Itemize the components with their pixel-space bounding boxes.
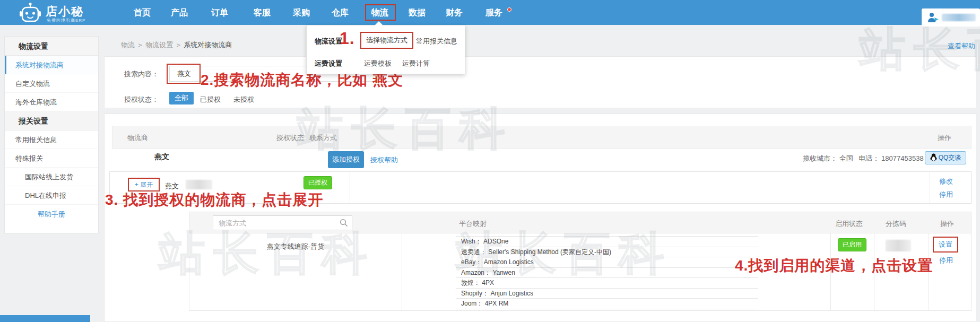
sidebar-item-dhl-online-declare[interactable]: DHL在线申报 xyxy=(5,186,98,205)
search-content-label: 搜索内容： xyxy=(124,69,159,79)
breadcrumb: 物流 ＞ 物流设置 ＞ 系统对接物流商 xyxy=(121,40,232,50)
sidebar-item-common-customs-info[interactable]: 常用报关信息 xyxy=(5,130,98,149)
qq-chat-button[interactable]: QQ交谈 xyxy=(925,151,966,164)
col-header-auth-status: 授权状态 xyxy=(276,133,304,143)
sidebar-item-custom-logistics[interactable]: 自定义物流 xyxy=(5,74,98,93)
dianxiaomi-logo-icon xyxy=(19,2,41,25)
channel-name: 燕文专线追踪-普货 xyxy=(189,242,402,251)
breadcrumb-current-page: 系统对接物流商 xyxy=(184,41,232,49)
menu-item-choose-logistics-method[interactable]: 选择物流方式 xyxy=(360,32,413,49)
qq-penguin-icon xyxy=(930,153,937,163)
auth-status-label: 授权状态： xyxy=(124,95,159,105)
col-header-action: 操作 xyxy=(938,133,951,143)
logistics-dropdown-menu: 物流设置 选择物流方式 常用报关信息 运费设置 运费模板 运费计算 1. xyxy=(306,25,465,74)
nav-item-orders[interactable]: 订单 xyxy=(211,7,228,19)
nav-item-services[interactable]: 服务 xyxy=(485,7,502,19)
expand-link[interactable]: + 展开 xyxy=(135,180,153,189)
redacted-account-name xyxy=(186,180,212,189)
divider xyxy=(350,172,350,203)
user-account-box[interactable] xyxy=(922,8,980,27)
platform-mapping-list: Wish： ADSOne 速卖通： Seller's Shipping Meth… xyxy=(456,236,758,309)
view-help-link[interactable]: 查看帮助 xyxy=(948,41,975,51)
col-header-provider: 物流商 xyxy=(127,133,148,143)
channels-table-header: 平台映射 启用状态 分拣码 操作 xyxy=(189,212,971,233)
annotation-step4: 4.找到启用的渠道，点击设置 xyxy=(735,256,933,276)
nav-item-warehouse[interactable]: 仓库 xyxy=(332,7,349,19)
sidebar-section-logistics-settings: 物流设置 xyxy=(5,37,98,56)
phone-value: 18077453538 xyxy=(881,154,924,162)
provider-contact-info: 揽收城市： 全国 电话： 18077453538 xyxy=(803,154,924,163)
nav-item-purchasing[interactable]: 采购 xyxy=(293,7,310,19)
mapping-row-wish: Wish： ADSOne xyxy=(456,237,758,247)
annotation-box-setup: 设置 xyxy=(933,237,958,253)
column-divider xyxy=(402,233,402,310)
dropdown-group-logistics-settings: 物流设置 xyxy=(315,37,342,46)
mapping-row-shopify: Shopify： Anjun Logistics xyxy=(456,289,758,299)
menu-item-freight-template[interactable]: 运费模板 xyxy=(364,59,392,68)
sidebar-help-manual-link[interactable]: 帮助手册 xyxy=(5,205,98,224)
sidebar-item-overseas-warehouse-logistics[interactable]: 海外仓库物流 xyxy=(5,93,98,111)
filter-unauthorized[interactable]: 未授权 xyxy=(233,95,254,105)
col-header-channel-action: 操作 xyxy=(940,219,954,229)
filter-authorized[interactable]: 已授权 xyxy=(200,95,221,105)
sidebar-section-customs-settings: 报关设置 xyxy=(5,111,98,130)
redacted-sort-code xyxy=(886,240,911,251)
sidebar: 物流设置 系统对接物流商 自定义物流 海外仓库物流 报关设置 常用报关信息 特殊… xyxy=(4,36,99,233)
dropdown-caret xyxy=(375,21,383,25)
channel-disable-link[interactable]: 停用 xyxy=(939,256,953,265)
menu-item-common-customs-info[interactable]: 常用报关信息 xyxy=(416,37,457,46)
user-icon xyxy=(927,12,940,24)
channel-setup-link[interactable]: 设置 xyxy=(939,240,952,249)
add-authorization-button[interactable]: 添加授权 xyxy=(328,151,364,168)
col-header-platform-mapping: 平台映射 xyxy=(459,219,487,229)
nav-item-products[interactable]: 产品 xyxy=(171,7,188,19)
phone-label: 电话： xyxy=(858,154,879,162)
divider xyxy=(930,172,930,203)
sidebar-item-special-customs[interactable]: 特殊报关 xyxy=(5,149,98,168)
sidebar-item-system-logistics-providers[interactable]: 系统对接物流商 xyxy=(5,56,98,74)
breadcrumb-logistics-settings[interactable]: 物流设置 xyxy=(145,41,173,49)
top-navbar: 店小秘 免费跨境电商ERP 首页 产品 订单 客服 采购 仓库 物流 数据 财务… xyxy=(0,0,980,25)
mapping-row-dhgate: 敦煌： 4PX xyxy=(456,278,758,289)
qq-chat-label: QQ交谈 xyxy=(939,153,961,162)
brand-tagline: 免费跨境电商ERP xyxy=(47,18,85,23)
notification-dot xyxy=(507,7,511,12)
edit-auth-link[interactable]: 修改 xyxy=(939,177,953,186)
nav-item-customer-service[interactable]: 客服 xyxy=(254,7,271,19)
menu-item-freight-calculation[interactable]: 运费计算 xyxy=(402,59,430,68)
annotation-step3: 3. 找到授权的物流商，点击展开 xyxy=(105,190,323,210)
mapping-row-ebay: eBay： Amazon Logistics xyxy=(456,257,758,268)
annotation-box-logistics-nav xyxy=(365,4,396,21)
bottom-blue-strip xyxy=(0,315,90,322)
breadcrumb-logistics[interactable]: 物流 xyxy=(121,41,135,49)
nav-item-finance[interactable]: 财务 xyxy=(446,7,463,19)
mapping-row-joom: Joom： 4PX RM xyxy=(456,299,758,309)
annotation-step1: 1. xyxy=(340,29,355,48)
channel-search-input[interactable] xyxy=(213,215,352,230)
sidebar-item-intl-site-shipping[interactable]: 国际站线上发货 xyxy=(5,168,98,186)
dropdown-group-freight-settings: 运费设置 xyxy=(315,59,342,68)
col-header-sort-code: 分拣码 xyxy=(886,219,906,229)
col-header-enable-status: 启用状态 xyxy=(835,219,863,229)
col-header-contact: 联系方式 xyxy=(309,133,337,143)
breadcrumb-separator: ＞ xyxy=(137,41,144,49)
filter-all-selected[interactable]: 全部 xyxy=(169,92,194,105)
redacted-username xyxy=(942,14,976,21)
table-header-row: 物流商 授权状态 联系方式 操作 xyxy=(112,126,972,149)
mapping-row-aliexpress: 速卖通： Seller's Shipping Method (卖家自定义-中国) xyxy=(456,247,758,258)
authorized-status-badge: 已授权 xyxy=(303,176,332,189)
authorization-help-link[interactable]: 授权帮助 xyxy=(370,155,398,165)
pickup-city-label: 揽收城市： xyxy=(803,154,837,162)
providers-table-panel: 物流商 授权状态 联系方式 操作 燕文 添加授权 授权帮助 揽收城市： 全国 电… xyxy=(104,114,976,322)
search-icon[interactable] xyxy=(340,219,348,229)
pickup-city-value: 全国 xyxy=(839,154,853,162)
breadcrumb-separator: ＞ xyxy=(175,41,182,49)
disable-auth-link[interactable]: 停用 xyxy=(939,190,953,199)
nav-item-home[interactable]: 首页 xyxy=(134,7,151,19)
mapping-row-amazon: Amazon： Yanwen xyxy=(456,268,758,279)
enabled-status-badge: 已启用 xyxy=(838,238,866,251)
provider-name: 燕文 xyxy=(154,152,169,162)
nav-item-data[interactable]: 数据 xyxy=(409,7,426,19)
